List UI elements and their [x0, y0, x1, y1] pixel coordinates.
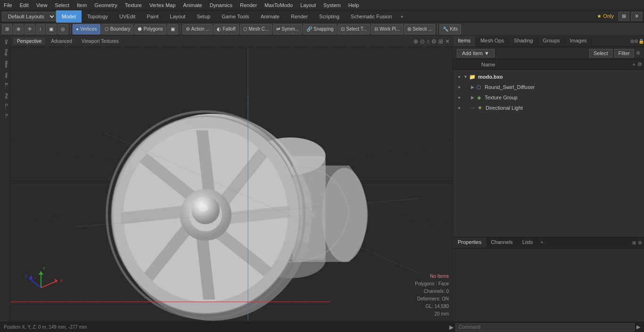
sidebar-btn-de[interactable]: De [1, 38, 9, 46]
layout-tab-model[interactable]: Model [56, 10, 82, 23]
vp-icon-transform[interactable]: ↕ [427, 38, 429, 45]
selection-btn[interactable]: ⊞ Selecti ... [404, 24, 435, 34]
menu-item[interactable]: Item [73, 1, 91, 9]
layout-tab-animate[interactable]: Animate [255, 10, 285, 23]
menu-maxtomodo[interactable]: MaxToModo [261, 1, 297, 9]
vp-icon-camera[interactable]: ⊙ [420, 38, 425, 45]
work-plane-btn[interactable]: ⊟ Work Pl... [371, 24, 403, 34]
viewport-3d[interactable]: X Y Z No Items Polygons : Face Channels:… [10, 47, 453, 322]
layout-tab-setup[interactable]: Setup [191, 10, 216, 23]
item-eye-texture-group[interactable]: ● [455, 93, 463, 102]
status-arrow-icon[interactable]: ▶ [449, 324, 454, 331]
right-tab-groups[interactable]: Groups [538, 36, 565, 47]
props-tab-properties[interactable]: Properties [453, 237, 486, 248]
vp-icon-maximize[interactable]: ⊞ [438, 38, 443, 45]
viewport[interactable]: Perspective Advanced Viewport Textures ⊕… [10, 36, 453, 322]
layout-maximize-btn[interactable]: ⊞ [619, 12, 629, 21]
sidebar-btn-mes[interactable]: Mes [1, 59, 9, 70]
menu-select[interactable]: Select [51, 1, 73, 9]
menu-layout[interactable]: Layout [297, 1, 320, 9]
props-tab-lists[interactable]: Lists [518, 237, 538, 248]
vp-tab-perspective[interactable]: Perspective [13, 38, 45, 45]
select-through-btn[interactable]: ⊡ Select T... [338, 24, 370, 34]
expand-icon-dir-light[interactable] [471, 105, 475, 110]
expand-icon-round-swirl[interactable] [471, 85, 474, 89]
right-panel-lock-icon[interactable]: 🔒 [638, 39, 644, 44]
sidebar-btn-c[interactable]: C... [1, 102, 9, 111]
right-tab-images[interactable]: Images [565, 36, 592, 47]
menu-geometry[interactable]: Geometry [91, 1, 121, 9]
snapping-btn[interactable]: 🔗 Snapping [303, 24, 337, 34]
sidebar-btn-f[interactable]: F... [1, 112, 9, 121]
sidebar-btn-e[interactable]: E... [1, 81, 9, 90]
vp-tab-textures[interactable]: Viewport Textures [78, 38, 123, 45]
right-panel-expand-icon[interactable]: ⊞ [630, 39, 634, 44]
sidebar-btn-dup[interactable]: Dup [1, 47, 9, 58]
action-btn[interactable]: ⚙ Action ... [182, 24, 213, 34]
menu-view[interactable]: View [33, 1, 51, 9]
vp-icon-compass[interactable]: ⊕ [413, 38, 418, 45]
menu-vertex-map[interactable]: Vertex Map [146, 1, 180, 9]
expand-icon-texture-group[interactable] [471, 95, 474, 100]
sidebar-btn-pol[interactable]: Pol [1, 91, 9, 101]
kits-btn[interactable]: 🔧 Kits [439, 24, 461, 34]
props-settings-icon[interactable]: ⚙ [638, 240, 642, 245]
sidebar-btn-ver[interactable]: Ver [1, 71, 9, 80]
items-panel-settings-icon[interactable]: ⚙ [636, 50, 640, 56]
command-input[interactable] [455, 323, 635, 332]
menu-file[interactable]: File [0, 1, 16, 9]
item-row-texture-group[interactable]: ● ◈ Texture Group [453, 92, 644, 103]
props-tab-channels[interactable]: Channels [486, 237, 517, 248]
symmetry-btn[interactable]: ⇄ Symm... [273, 24, 302, 34]
item-eye-modo-bxo[interactable]: ● [455, 73, 463, 81]
layout-tab-uvedit[interactable]: UVEdit [114, 10, 141, 23]
layout-tab-add[interactable]: + [397, 13, 406, 20]
tool-mode-extra-btn[interactable]: ▣ [167, 24, 178, 34]
right-tab-shading[interactable]: Shading [509, 36, 538, 47]
select-button[interactable]: Select [589, 49, 612, 57]
layout-tab-layout[interactable]: Layout [164, 10, 191, 23]
menu-edit[interactable]: Edit [16, 1, 33, 9]
tool-cursor-btn[interactable]: ✛ [25, 24, 35, 34]
layout-star[interactable]: ★ Only [594, 12, 617, 20]
tool-polygons-btn[interactable]: ⬢ Polygons [134, 24, 166, 34]
item-eye-round-swirl[interactable]: ● [455, 83, 463, 91]
props-tab-add[interactable]: + [537, 237, 546, 248]
menu-render[interactable]: Render [236, 1, 261, 9]
vp-tab-advanced[interactable]: Advanced [47, 38, 75, 45]
menu-help[interactable]: Help [345, 1, 363, 9]
tool-select-rect-btn[interactable]: ▣ [46, 24, 57, 34]
filter-button[interactable]: Filter [614, 49, 634, 57]
add-item-button[interactable]: Add Item ▼ [457, 49, 495, 57]
item-row-dir-light[interactable]: ● ☀ Directional Light [453, 103, 644, 113]
layout-tab-paint[interactable]: Paint [141, 10, 164, 23]
layout-dropdown[interactable]: Default Layouts [2, 12, 56, 21]
menu-animate[interactable]: Animate [179, 1, 206, 9]
tool-select-circle-btn[interactable]: ◎ [58, 24, 68, 34]
menu-texture[interactable]: Texture [121, 1, 146, 9]
tool-origin-btn[interactable]: ⊕ [13, 24, 24, 34]
layout-tab-topology[interactable]: Topology [82, 10, 114, 23]
layout-close-btn[interactable]: ✕ [631, 12, 642, 21]
item-eye-dir-light[interactable]: ● [455, 104, 463, 112]
right-tab-mesh-ops[interactable]: Mesh Ops [476, 36, 509, 47]
falloff-btn[interactable]: ◐ Falloff [214, 24, 239, 34]
item-row-modo-bxo[interactable]: ● 📁 modo.bxo [453, 72, 644, 82]
layout-tab-render[interactable]: Render [285, 10, 314, 23]
vp-icon-settings[interactable]: ⚙ [431, 38, 437, 45]
expand-icon-modo-bxo[interactable] [463, 74, 468, 79]
command-run-icon[interactable]: ▶ [636, 324, 640, 330]
props-expand-icon[interactable]: ⊞ [632, 240, 636, 245]
layout-tab-scripting[interactable]: Scripting [314, 10, 345, 23]
layout-tab-schematic[interactable]: Schematic Fusion [345, 10, 397, 23]
menu-dynamics[interactable]: Dynamics [206, 1, 236, 9]
tool-vertices-btn[interactable]: ● Vertices [73, 24, 100, 34]
vp-icon-close[interactable]: ✕ [445, 38, 450, 45]
right-tab-items[interactable]: Items [453, 36, 476, 47]
table-icon-settings[interactable]: ⚙ [637, 61, 642, 67]
tool-transform-btn[interactable]: ↕ [36, 24, 45, 34]
item-row-round-swirl[interactable]: ● ⬡ Round_Swirl_Diffuser [453, 82, 644, 92]
right-panel-settings-icon[interactable]: ⚙ [634, 39, 638, 44]
table-icon-add[interactable]: + [633, 62, 636, 67]
menu-system[interactable]: System [320, 1, 345, 9]
